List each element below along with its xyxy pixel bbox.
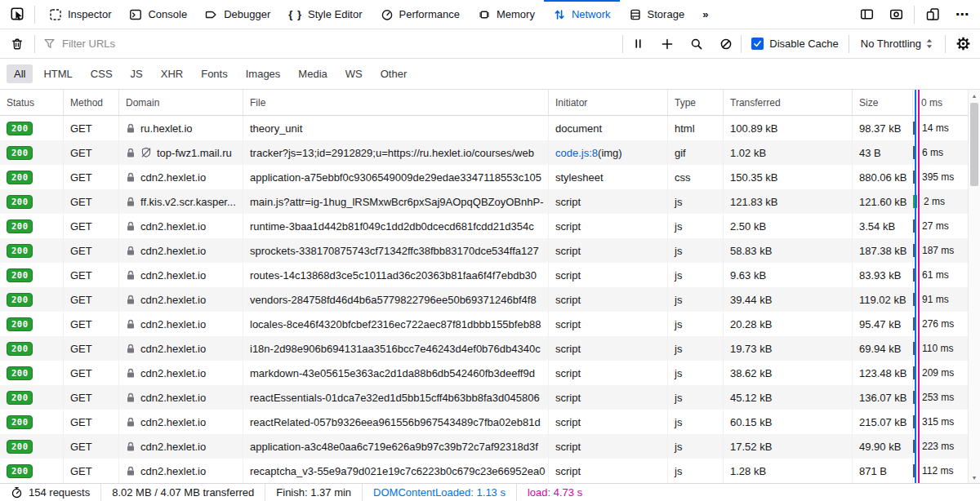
clear-requests-button[interactable] [0, 29, 34, 58]
column-header-transferred[interactable]: Transferred [724, 90, 853, 115]
filter-tab-js[interactable]: JS [123, 64, 150, 83]
size-cell: 3.54 kB [853, 214, 913, 238]
table-row[interactable]: 200 GET cdn2.hexlet.io runtime-3baa1d442… [0, 214, 968, 238]
lock-icon [126, 368, 136, 379]
tab-network[interactable]: Network [544, 0, 620, 29]
filter-tab-css[interactable]: CSS [83, 64, 120, 83]
file-cell: locales-8ce46f4320bfcbef2316ec722aec87f8… [243, 312, 549, 336]
filter-tab-xhr[interactable]: XHR [154, 64, 190, 83]
table-row[interactable]: 200 GET ff.kis.v2.scr.kasper... main.js?… [0, 189, 968, 214]
waterfall-time: 276 ms [922, 318, 954, 330]
status-cell: 200 [0, 459, 64, 483]
table-row[interactable]: 200 GET cdn2.hexlet.io i18n-2d98e906b694… [0, 336, 968, 361]
table-row[interactable]: 200 GET cdn2.hexlet.io application-a75eb… [0, 165, 968, 189]
block-requests-button[interactable] [711, 29, 741, 58]
disable-cache-control[interactable]: Disable Cache [742, 38, 849, 50]
tab-label: Performance [399, 8, 460, 20]
initiator-label: script [555, 245, 581, 257]
new-request-button[interactable] [653, 29, 682, 58]
waterfall-time: 395 ms [922, 171, 954, 183]
plus-icon [661, 38, 674, 51]
status-badge: 200 [7, 391, 33, 405]
requests-summary[interactable]: 154 requests [0, 484, 100, 501]
table-row[interactable]: 200 GET top-fwz1.mail.ru tracker?js=13;i… [0, 140, 968, 165]
tab-style-editor[interactable]: { } Style Editor [279, 0, 371, 29]
domain-cell: ff.kis.v2.scr.kasper... [119, 189, 243, 214]
filter-tab-fonts[interactable]: Fonts [194, 64, 235, 83]
domcontentloaded-summary[interactable]: DOMContentLoaded: 1.13 s [363, 484, 516, 501]
more-tabs-button[interactable]: » [693, 0, 718, 29]
filter-tab-all[interactable]: All [7, 64, 33, 83]
throttling-dropdown[interactable]: No Throttling [849, 38, 945, 50]
filter-tab-images[interactable]: Images [238, 64, 288, 83]
scroll-down-arrow[interactable]: ▼ [969, 472, 980, 483]
table-row[interactable]: 200 GET cdn2.hexlet.io reactRelated-057b… [0, 410, 968, 434]
column-header-type[interactable]: Type [668, 90, 724, 115]
domain-label: cdn2.hexlet.io [140, 441, 206, 453]
table-row[interactable]: 200 GET cdn2.hexlet.io application-a3c48… [0, 434, 968, 459]
search-button[interactable] [682, 29, 711, 58]
type-cell: css [668, 165, 724, 189]
tab-label: Debugger [224, 8, 270, 20]
column-header-timeline[interactable]: 0 ms [913, 90, 968, 115]
tab-performance[interactable]: Performance [372, 0, 469, 29]
status-badge: 200 [7, 171, 33, 184]
table-row[interactable]: 200 GET cdn2.hexlet.io routes-14c13868d3… [0, 263, 968, 287]
devtools-menu-button[interactable]: ⋯ [947, 0, 977, 29]
table-row[interactable]: 200 GET cdn2.hexlet.io locales-8ce46f432… [0, 312, 968, 336]
initiator-label: script [555, 441, 581, 453]
tab-storage[interactable]: Storage [620, 0, 694, 29]
responsive-design-mode-button[interactable] [918, 0, 947, 29]
screenshot-button[interactable] [881, 0, 911, 29]
load-summary[interactable]: load: 4.73 s [517, 484, 593, 501]
method-cell: GET [64, 238, 119, 263]
domain-label: cdn2.hexlet.io [140, 269, 206, 282]
table-row[interactable]: 200 GET cdn2.hexlet.io vendors-284758fd4… [0, 287, 968, 312]
domain-cell: cdn2.hexlet.io [119, 312, 243, 336]
table-row[interactable]: 200 GET cdn2.hexlet.io markdown-43e05615… [0, 361, 968, 385]
throttling-value: No Throttling [861, 38, 921, 50]
tab-console[interactable]: Console [120, 0, 196, 29]
filter-tab-media[interactable]: Media [291, 64, 334, 83]
transferred-cell: 150.35 kB [724, 165, 853, 189]
column-header-domain[interactable]: Domain [119, 90, 243, 115]
network-toolbar: Disable Cache No Throttling [0, 29, 980, 59]
element-picker-button[interactable] [0, 0, 34, 29]
split-console-button[interactable] [852, 0, 881, 29]
scroll-up-arrow[interactable]: ▲ [969, 90, 980, 101]
tab-inspector[interactable]: Inspector [40, 0, 120, 29]
lock-icon [126, 148, 136, 158]
meatballs-icon: ⋯ [956, 7, 969, 22]
filter-tab-html[interactable]: HTML [36, 64, 79, 83]
type-cell: js [668, 312, 724, 336]
network-settings-button[interactable] [946, 29, 980, 58]
status-badge: 200 [7, 440, 33, 454]
domain-cell: cdn2.hexlet.io [119, 385, 243, 410]
type-cell: js [668, 263, 724, 287]
waterfall-cell: 223 ms [913, 434, 968, 459]
lock-icon [126, 344, 136, 354]
table-row[interactable]: 200 GET cdn2.hexlet.io reactEssentials-0… [0, 385, 968, 410]
method-cell: GET [64, 287, 119, 312]
disable-cache-checkbox[interactable] [751, 38, 764, 50]
column-header-status[interactable]: Status [0, 90, 64, 115]
initiator-link[interactable]: code.js:8 [555, 147, 598, 159]
column-header-file[interactable]: File [243, 90, 549, 115]
pause-traffic-button[interactable] [623, 29, 653, 58]
filter-tab-ws[interactable]: WS [338, 64, 370, 83]
devtools-toolbar: Inspector Console Debugger { } Style Edi… [0, 0, 980, 29]
status-badge: 200 [7, 342, 33, 356]
tab-debugger[interactable]: Debugger [196, 0, 279, 29]
filter-urls-input[interactable] [62, 34, 622, 54]
tab-memory[interactable]: Memory [469, 0, 544, 29]
file-cell: application-a75ebbf0c9306549009de29edae3… [243, 165, 549, 189]
column-header-method[interactable]: Method [64, 90, 119, 115]
column-header-size[interactable]: Size [853, 90, 913, 115]
column-header-initiator[interactable]: Initiator [549, 90, 668, 115]
filter-tab-other[interactable]: Other [373, 64, 415, 83]
vertical-scrollbar[interactable]: ▲ ▼ [968, 90, 980, 483]
table-row[interactable]: 200 GET ru.hexlet.io theory_unit documen… [0, 116, 968, 140]
table-row[interactable]: 200 GET cdn2.hexlet.io recaptcha_v3-55e9… [0, 459, 968, 483]
table-row[interactable]: 200 GET cdn2.hexlet.io sprockets-3381708… [0, 238, 968, 263]
scrollbar-thumb[interactable] [970, 103, 978, 186]
